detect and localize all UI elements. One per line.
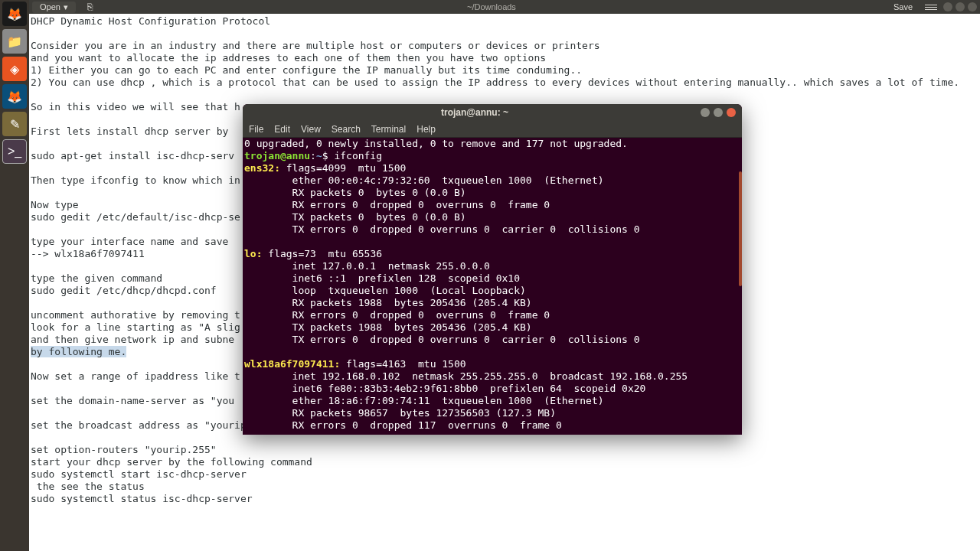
menu-view[interactable]: View — [301, 124, 321, 135]
menu-edit[interactable]: Edit — [274, 124, 290, 135]
ifconfig-output: ens32: flags=4099 mtu 1500 ether 00:e0:4… — [244, 162, 688, 431]
minimize-icon[interactable] — [701, 108, 710, 117]
unity-launcher: 🦊 📁 ◈ 🦊 ✎ >_ — [0, 0, 29, 551]
gedit-headerbar: Open▾ ⎘ ~/Downloads Save — [29, 0, 980, 14]
new-document-icon[interactable]: ⎘ — [83, 2, 97, 12]
terminal-titlebar[interactable]: trojan@annu: ~ — [243, 104, 742, 121]
prompt-user: trojan@annu — [244, 150, 310, 161]
prompt-colon: : — [310, 150, 316, 161]
launcher-files[interactable]: 📁 — [2, 29, 27, 54]
terminal-window-controls — [701, 108, 736, 117]
launcher-text-editor[interactable]: ✎ — [2, 112, 27, 136]
close-icon[interactable] — [727, 108, 736, 117]
prompt-dollar: $ — [322, 150, 335, 161]
menu-help[interactable]: Help — [416, 124, 436, 135]
document-selection: by following me. — [31, 346, 126, 357]
close-icon[interactable] — [968, 2, 977, 11]
terminal-menubar: File Edit View Search Terminal Help — [243, 121, 742, 138]
terminal-title: trojan@annu: ~ — [249, 107, 701, 118]
chevron-down-icon: ▾ — [64, 2, 68, 12]
prompt-path: ~ — [316, 150, 322, 161]
terminal-window: trojan@annu: ~ File Edit View Search Ter… — [243, 104, 742, 435]
launcher-terminal[interactable]: >_ — [2, 139, 27, 164]
hamburger-menu-icon[interactable] — [925, 5, 937, 10]
menu-file[interactable]: File — [249, 124, 263, 135]
menu-terminal[interactable]: Terminal — [371, 124, 406, 135]
apt-summary-line: 0 upgraded, 0 newly installed, 0 to remo… — [244, 138, 628, 149]
terminal-output[interactable]: 0 upgraded, 0 newly installed, 0 to remo… — [243, 138, 742, 435]
launcher-firefox[interactable]: 🦊 — [2, 2, 27, 26]
launcher-browser[interactable]: 🦊 — [2, 84, 27, 109]
menu-search[interactable]: Search — [332, 124, 361, 135]
open-label: Open — [40, 2, 60, 11]
window-controls — [943, 2, 977, 11]
command-text: ifconfig — [334, 150, 382, 161]
open-button[interactable]: Open▾ — [32, 2, 76, 13]
launcher-ubuntu-software[interactable]: ◈ — [2, 57, 27, 81]
document-path: ~/Downloads — [97, 2, 886, 11]
save-button[interactable]: Save — [886, 2, 920, 12]
maximize-icon[interactable] — [956, 2, 965, 11]
maximize-icon[interactable] — [714, 108, 723, 117]
terminal-scrollbar[interactable] — [739, 171, 742, 286]
minimize-icon[interactable] — [943, 2, 952, 11]
